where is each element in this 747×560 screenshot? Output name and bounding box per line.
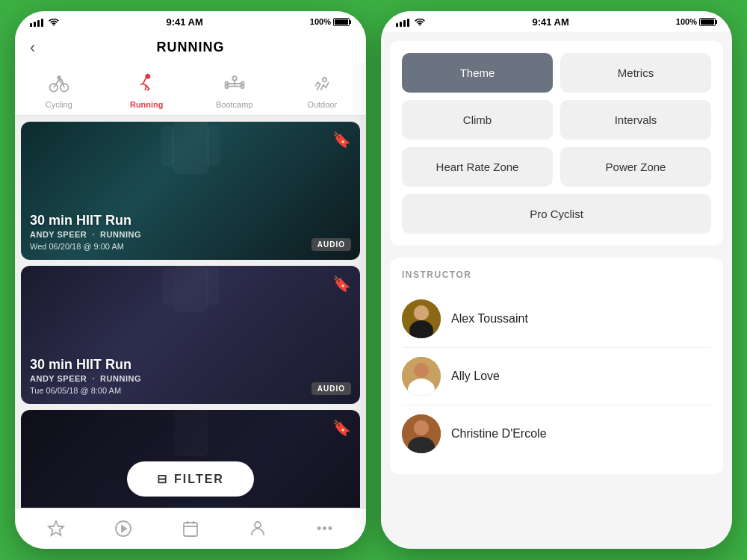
nav-favorites[interactable] bbox=[22, 508, 90, 549]
avatar-alex bbox=[402, 299, 441, 338]
svg-rect-14 bbox=[174, 266, 208, 312]
instructor-list: Alex Toussaint Ally Love bbox=[402, 290, 711, 462]
filter-card: ⊟ FILTER bbox=[21, 410, 360, 508]
svg-rect-16 bbox=[206, 267, 219, 305]
svg-rect-15 bbox=[162, 267, 175, 305]
right-phone: 9:41 AM 100% Theme Metrics Climb Interva… bbox=[381, 11, 732, 549]
svg-point-2 bbox=[58, 76, 61, 79]
video-info-1: 30 min HIIT Run ANDY SPEER · RUNNING Wed… bbox=[21, 204, 360, 260]
bookmark-1[interactable]: 🔖 bbox=[332, 131, 351, 149]
status-bar-right: 9:41 AM 100% bbox=[381, 11, 732, 32]
instructor-name-alex: Alex Toussaint bbox=[451, 312, 528, 326]
signal-right bbox=[396, 16, 425, 27]
instructor-section: INSTRUCTOR Alex Toussaint bbox=[390, 258, 723, 474]
bootcamp-icon bbox=[221, 70, 248, 97]
instructor-ally[interactable]: Ally Love bbox=[402, 348, 711, 405]
page-title: RUNNING bbox=[157, 40, 225, 55]
category-cycling[interactable]: Cycling bbox=[15, 70, 103, 109]
svg-point-38 bbox=[414, 420, 429, 435]
video-list: 🔖 30 min HIIT Run ANDY SPEER · RUNNING W… bbox=[15, 116, 366, 508]
svg-point-3 bbox=[146, 75, 149, 78]
svg-marker-19 bbox=[49, 521, 63, 535]
avatar-ally bbox=[402, 357, 441, 396]
video-card-filter[interactable]: 🔖 ⊟ FILTER bbox=[21, 410, 360, 508]
video-title-1: 30 min HIIT Run bbox=[30, 213, 351, 228]
category-outdoor[interactable]: Outdoor bbox=[279, 70, 367, 109]
time-right: 9:41 AM bbox=[532, 16, 568, 28]
svg-point-30 bbox=[414, 305, 429, 320]
filter-chip-grid: Theme Metrics Climb Intervals Heart Rate… bbox=[402, 53, 711, 234]
svg-rect-22 bbox=[184, 523, 197, 536]
avatar-christine bbox=[402, 414, 441, 453]
svg-rect-10 bbox=[172, 122, 209, 174]
svg-point-34 bbox=[414, 363, 429, 378]
battery-right: 100% bbox=[676, 17, 717, 26]
video-card-1[interactable]: 🔖 30 min HIIT Run ANDY SPEER · RUNNING W… bbox=[21, 122, 360, 260]
chip-pro-cyclist[interactable]: Pro Cyclist bbox=[402, 194, 711, 234]
filter-icon: ⊟ bbox=[157, 472, 168, 486]
wifi-icon-right bbox=[415, 19, 425, 27]
status-bar-left: 9:41 AM 100% bbox=[15, 11, 366, 32]
chip-intervals[interactable]: Intervals bbox=[560, 100, 711, 140]
instructor-name-christine: Christine D'Ercole bbox=[451, 427, 547, 441]
audio-badge-2: AUDIO bbox=[311, 382, 351, 395]
instructor-christine[interactable]: Christine D'Ercole bbox=[402, 405, 711, 462]
wifi-icon-left bbox=[49, 19, 59, 27]
instructor-alex[interactable]: Alex Toussaint bbox=[402, 290, 711, 348]
bookmark-2[interactable]: 🔖 bbox=[332, 275, 351, 293]
running-icon bbox=[133, 70, 160, 97]
chip-climb[interactable]: Climb bbox=[402, 100, 553, 140]
svg-point-7 bbox=[232, 76, 236, 80]
video-info-2: 30 min HIIT Run ANDY SPEER · RUNNING Tue… bbox=[21, 348, 360, 404]
svg-rect-12 bbox=[207, 125, 220, 167]
signal-left bbox=[30, 16, 59, 27]
outdoor-label: Outdoor bbox=[307, 100, 337, 109]
nav-schedule[interactable] bbox=[157, 508, 224, 549]
video-card-2[interactable]: 🔖 30 min HIIT Run ANDY SPEER · RUNNING T… bbox=[21, 266, 360, 404]
time-left: 9:41 AM bbox=[166, 16, 202, 28]
cycling-label: Cycling bbox=[46, 100, 72, 109]
category-running[interactable]: Running bbox=[103, 70, 191, 109]
battery-left: 100% bbox=[310, 17, 351, 26]
chip-theme[interactable]: Theme bbox=[402, 53, 553, 93]
video-date-2: Tue 06/05/18 @ 8:00 AM bbox=[30, 386, 351, 395]
instructor-section-label: INSTRUCTOR bbox=[402, 270, 711, 280]
filter-panel: Theme Metrics Climb Intervals Heart Rate… bbox=[381, 32, 732, 549]
video-meta-1: ANDY SPEER · RUNNING bbox=[30, 230, 351, 239]
chip-power-zone[interactable]: Power Zone bbox=[560, 147, 711, 187]
nav-profile[interactable] bbox=[224, 508, 291, 549]
cycling-icon bbox=[46, 70, 72, 97]
video-meta-2: ANDY SPEER · RUNNING bbox=[30, 374, 351, 383]
svg-point-26 bbox=[255, 522, 261, 528]
video-title-2: 30 min HIIT Run bbox=[30, 357, 351, 373]
running-header: ‹ RUNNING bbox=[15, 32, 366, 63]
bottom-nav: ••• bbox=[15, 508, 366, 549]
svg-marker-21 bbox=[122, 526, 126, 532]
filter-button[interactable]: ⊟ FILTER bbox=[127, 461, 254, 497]
nav-more[interactable]: ••• bbox=[291, 508, 359, 549]
instructor-name-ally: Ally Love bbox=[451, 370, 500, 383]
chip-heart-rate-zone[interactable]: Heart Rate Zone bbox=[402, 147, 553, 187]
bootcamp-label: Bootcamp bbox=[216, 100, 253, 109]
back-button[interactable]: ‹ bbox=[30, 38, 35, 57]
audio-badge-1: AUDIO bbox=[311, 238, 351, 251]
running-label: Running bbox=[130, 100, 164, 109]
outdoor-icon bbox=[309, 70, 335, 97]
svg-rect-11 bbox=[161, 125, 174, 167]
category-bootcamp[interactable]: Bootcamp bbox=[190, 70, 279, 109]
nav-play[interactable] bbox=[90, 508, 157, 549]
theme-section: Theme Metrics Climb Intervals Heart Rate… bbox=[390, 41, 723, 246]
svg-point-8 bbox=[323, 78, 326, 81]
left-phone: 9:41 AM 100% ‹ RUNNING Cyc bbox=[15, 11, 366, 549]
chip-metrics[interactable]: Metrics bbox=[560, 53, 711, 93]
video-date-1: Wed 06/20/18 @ 9:00 AM bbox=[30, 242, 351, 251]
category-nav: Cycling Running bbox=[15, 63, 366, 116]
